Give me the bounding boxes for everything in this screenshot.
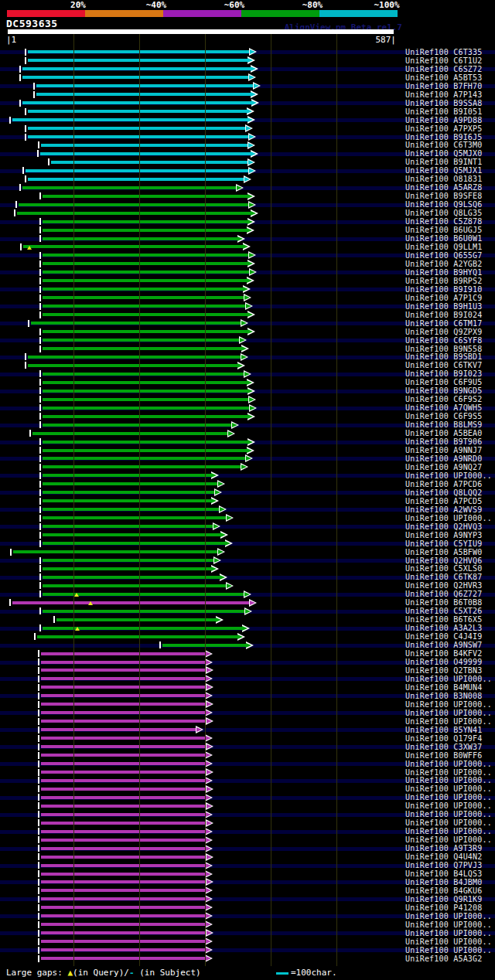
row-label[interactable]: UniRef100_C5YIU9 [405, 539, 495, 548]
alignment-bar[interactable] [28, 356, 242, 359]
alignment-bar[interactable] [56, 618, 217, 621]
row-label[interactable]: UniRef100_UPI000.. [405, 471, 495, 480]
alignment-bar[interactable] [22, 76, 251, 79]
alignment-bar[interactable] [26, 169, 250, 172]
row-label[interactable]: UniRef100_B7FH70 [405, 82, 495, 90]
row-label[interactable]: UniRef100_UPI000.. [405, 760, 495, 768]
alignment-bar[interactable] [43, 576, 221, 579]
row-label[interactable]: UniRef100_B0WFF6 [405, 751, 495, 760]
alignment-bar[interactable] [41, 703, 207, 706]
row-label[interactable]: UniRef100_Q4U4N2 [405, 852, 495, 861]
row-label[interactable]: UniRef100_C6T1U2 [405, 56, 495, 65]
row-label[interactable]: UniRef100_UPI000.. [405, 675, 495, 683]
alignment-bar[interactable] [28, 127, 247, 130]
alignment-bar[interactable] [43, 474, 213, 477]
alignment-bar[interactable] [36, 93, 251, 96]
row-label[interactable]: UniRef100_C6F9S2 [405, 395, 495, 403]
row-label[interactable]: UniRef100_UPI000.. [405, 768, 495, 777]
row-label[interactable]: UniRef100_Q5MJX0 [405, 149, 495, 158]
row-label[interactable]: UniRef100_A7QWH5 [405, 403, 495, 412]
alignment-bar[interactable] [41, 669, 207, 672]
row-label[interactable]: UniRef100_A9NYP3 [405, 531, 495, 539]
row-label[interactable]: UniRef100_UPI000.. [405, 920, 495, 929]
alignment-bar[interactable] [17, 212, 252, 215]
row-label[interactable]: UniRef100_B9SBD1 [405, 352, 495, 361]
row-label[interactable]: UniRef100_UPI000.. [405, 784, 495, 793]
alignment-bar[interactable] [41, 948, 207, 951]
alignment-bar[interactable] [41, 762, 207, 765]
row-label[interactable]: UniRef100_A3A2L3 [405, 624, 495, 632]
alignment-bar[interactable] [43, 482, 219, 485]
alignment-bar[interactable] [41, 771, 207, 774]
row-label[interactable]: UniRef100_B9I023 [405, 369, 495, 378]
alignment-bar[interactable] [41, 940, 207, 943]
row-label[interactable]: UniRef100_UPI000.. [405, 793, 495, 801]
row-label[interactable]: UniRef100_C5Z878 [405, 217, 495, 226]
alignment-bar[interactable] [41, 694, 207, 697]
alignment-bar[interactable] [41, 728, 197, 731]
row-label[interactable]: UniRef100_P41208 [405, 903, 495, 912]
alignment-bar[interactable] [43, 491, 216, 494]
alignment-bar[interactable] [41, 830, 207, 833]
row-label[interactable]: UniRef100_UPI000.. [405, 801, 495, 810]
alignment-bar[interactable] [32, 432, 229, 435]
alignment-bar[interactable] [41, 856, 207, 859]
alignment-bar[interactable] [41, 906, 207, 909]
alignment-bar[interactable] [12, 601, 251, 604]
row-label[interactable]: UniRef100_A9NRD0 [405, 454, 495, 463]
alignment-bar[interactable] [19, 203, 251, 206]
row-label[interactable]: UniRef100_A5BT53 [405, 73, 495, 82]
row-label[interactable]: UniRef100_B9I024 [405, 311, 495, 319]
alignment-bar[interactable] [22, 101, 253, 104]
row-label[interactable]: UniRef100_UPI000.. [405, 514, 495, 522]
row-label[interactable]: UniRef100_Q7PVJ3 [405, 861, 495, 869]
alignment-bar[interactable] [41, 864, 207, 867]
row-label[interactable]: UniRef100_UPI000.. [405, 835, 495, 844]
row-label[interactable]: UniRef100_Q9LLM1 [405, 243, 495, 251]
alignment-bar[interactable] [41, 652, 207, 655]
row-label[interactable]: UniRef100_Q9R1K9 [405, 895, 495, 903]
row-label[interactable]: UniRef100_A2YGB2 [405, 260, 495, 268]
row-label[interactable]: UniRef100_UPI000.. [405, 937, 495, 946]
row-label[interactable]: UniRef100_C6TKV7 [405, 361, 495, 369]
row-label[interactable]: UniRef100_B9H1U3 [405, 302, 495, 311]
row-label[interactable]: UniRef100_A9NNJ7 [405, 446, 495, 454]
alignment-bar[interactable] [43, 567, 213, 570]
row-label[interactable]: UniRef100_UPI000.. [405, 946, 495, 954]
alignment-bar[interactable] [23, 245, 244, 248]
row-label[interactable]: UniRef100_B8LMS9 [405, 420, 495, 429]
row-label[interactable]: UniRef100_A9NSW7 [405, 641, 495, 649]
row-label[interactable]: UniRef100_A7P143 [405, 90, 495, 99]
alignment-bar[interactable] [41, 737, 207, 740]
row-label[interactable]: UniRef100_B9SFE8 [405, 192, 495, 200]
row-label[interactable]: UniRef100_C6SZ72 [405, 65, 495, 73]
alignment-bar[interactable] [41, 880, 207, 883]
row-label[interactable]: UniRef100_Q2HVQ6 [405, 556, 495, 565]
row-label[interactable]: UniRef100_A9T3R9 [405, 844, 495, 852]
row-label[interactable]: UniRef100_A9PD88 [405, 116, 495, 124]
row-label[interactable]: UniRef100_B9SSA8 [405, 99, 495, 107]
row-label[interactable]: UniRef100_Q2HVR3 [405, 581, 495, 590]
row-label[interactable]: UniRef100_A5BEA0 [405, 429, 495, 437]
row-label[interactable]: UniRef100_UPI000.. [405, 818, 495, 827]
alignment-bar[interactable] [41, 745, 207, 748]
row-label[interactable]: UniRef100_C3XW37 [405, 743, 495, 751]
row-label[interactable]: UniRef100_A5BFW0 [405, 548, 495, 556]
row-label[interactable]: UniRef100_Q2HVQ3 [405, 522, 495, 531]
alignment-bar[interactable] [22, 67, 252, 70]
alignment-bar[interactable] [51, 161, 249, 164]
alignment-bar[interactable] [28, 178, 245, 181]
row-label[interactable]: UniRef100_Q9LSQ6 [405, 200, 495, 209]
alignment-bar[interactable] [36, 84, 254, 87]
alignment-bar[interactable] [28, 364, 239, 367]
row-label[interactable]: UniRef100_UPI000.. [405, 709, 495, 717]
row-label[interactable]: UniRef100_B9T906 [405, 437, 495, 446]
alignment-bar[interactable] [43, 516, 227, 519]
row-label[interactable]: UniRef100_C6SYF8 [405, 336, 495, 345]
row-label[interactable]: UniRef100_UPI000.. [405, 717, 495, 726]
row-label[interactable]: UniRef100_C6TK87 [405, 573, 495, 581]
row-label[interactable]: UniRef100_B9I051 [405, 107, 495, 116]
row-label[interactable]: UniRef100_B4MUN4 [405, 683, 495, 692]
row-label[interactable]: UniRef100_A5ARZ8 [405, 183, 495, 192]
row-label[interactable]: UniRef100_O49999 [405, 658, 495, 666]
